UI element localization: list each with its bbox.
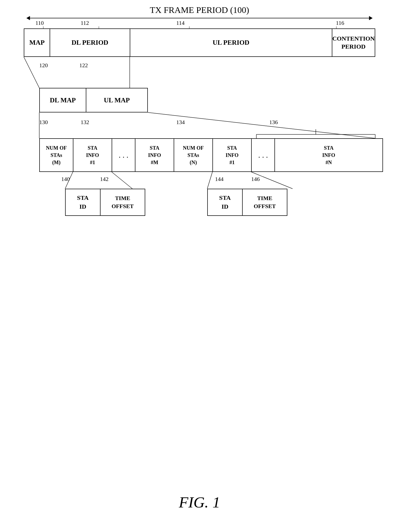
connector-svg-1: [24, 28, 140, 93]
level4a-row: STAID TIMEOFFSET: [65, 189, 145, 216]
connector-svg-2: [39, 88, 375, 145]
ref-row-level1: 110 112 114 116: [24, 20, 375, 27]
ref-116: 116: [336, 20, 344, 26]
cell-contention-period: CONTENTIONPERIOD: [332, 29, 375, 56]
tick-112: [99, 26, 99, 28]
diagram: TX FRAME PERIOD (100) 110 112 114 116 MA…: [16, 5, 383, 419]
tick-110: [43, 26, 43, 28]
cell-sta-id-dl: STAID: [66, 189, 101, 215]
tx-frame-label: TX FRAME PERIOD (100): [24, 5, 375, 15]
svg-line-0: [24, 57, 39, 88]
ref-110: 110: [35, 20, 44, 26]
tx-frame-section: TX FRAME PERIOD (100): [24, 5, 375, 20]
fig-caption: FIG. 1: [179, 493, 220, 511]
level4b-row: STAID TIMEOFFSET: [207, 189, 287, 216]
cell-time-offset-ul: TIMEOFFSET: [243, 189, 287, 215]
tick-116: [336, 26, 336, 28]
ref-114: 114: [176, 20, 185, 26]
arrow-line: [30, 18, 369, 18]
svg-line-10: [207, 172, 212, 189]
cell-sta-id-ul: STAID: [208, 189, 243, 215]
ref-112: 112: [81, 20, 89, 26]
cell-ul-period: UL PERIOD: [130, 29, 332, 56]
svg-line-11: [251, 172, 293, 189]
cell-time-offset-dl: TIMEOFFSET: [101, 189, 145, 215]
tick-114: [189, 26, 189, 28]
connector-svg-4: [39, 138, 383, 190]
